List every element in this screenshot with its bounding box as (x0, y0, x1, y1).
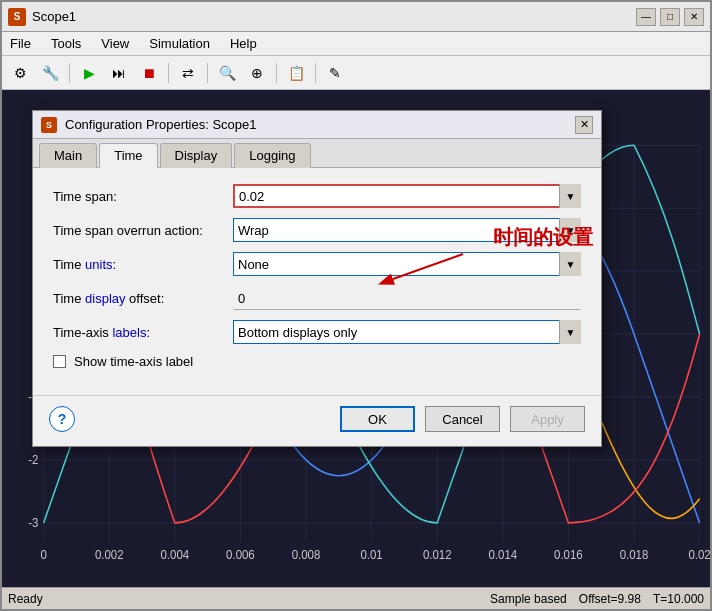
toolbar-separator-2 (168, 63, 169, 83)
time-axis-labels-select[interactable]: Bottom displays only All None (233, 320, 581, 344)
time-units-label: Time units: (53, 257, 233, 272)
ok-button[interactable]: OK (340, 406, 415, 432)
tab-main[interactable]: Main (39, 143, 97, 168)
time-units-wrap: None Metric Time of day ▼ (233, 252, 581, 276)
window-controls: — □ ✕ (636, 8, 704, 26)
status-offset: Offset=9.98 (579, 592, 641, 606)
menu-view[interactable]: View (97, 35, 133, 52)
time-span-input[interactable] (233, 184, 581, 208)
maximize-button[interactable]: □ (660, 8, 680, 26)
time-axis-labels-label: Time-axis labels: (53, 325, 233, 340)
status-right-section: Sample based Offset=9.98 T=10.000 (490, 592, 704, 606)
edit-button[interactable]: ✎ (321, 60, 349, 86)
stop-button[interactable]: ⏹ (135, 60, 163, 86)
show-time-axis-label: Show time-axis label (74, 354, 193, 369)
toolbar-separator-3 (207, 63, 208, 83)
time-display-offset-row: Time display offset: (53, 286, 581, 310)
dialog-tabs: Main Time Display Logging (33, 139, 601, 168)
config-dialog: S Configuration Properties: Scope1 ✕ Mai… (32, 110, 602, 447)
toolbar-separator-4 (276, 63, 277, 83)
overrun-action-wrap: Wrap Scroll ▼ (233, 218, 581, 242)
help-button[interactable]: ? (49, 406, 75, 432)
config-tool-button[interactable]: 🔧 (36, 60, 64, 86)
time-span-label: Time span: (53, 189, 233, 204)
dialog-overlay: S Configuration Properties: Scope1 ✕ Mai… (2, 90, 710, 587)
time-axis-labels-wrap: Bottom displays only All None ▼ (233, 320, 581, 344)
settings-tool-button[interactable]: ⚙ (6, 60, 34, 86)
menu-tools[interactable]: Tools (47, 35, 85, 52)
title-bar: S Scope1 — □ ✕ (2, 2, 710, 32)
step-button[interactable]: ⏭ (105, 60, 133, 86)
time-units-select[interactable]: None Metric Time of day (233, 252, 581, 276)
menu-simulation[interactable]: Simulation (145, 35, 214, 52)
run-button[interactable]: ▶ (75, 60, 103, 86)
show-time-axis-row: Show time-axis label (53, 354, 581, 369)
dialog-icon: S (41, 117, 57, 133)
time-display-offset-label: Time display offset: (53, 291, 233, 306)
show-time-axis-checkbox[interactable] (53, 355, 66, 368)
swap-button[interactable]: ⇄ (174, 60, 202, 86)
time-units-row: Time units: None Metric Time of day ▼ (53, 252, 581, 276)
footer-buttons: OK Cancel Apply (340, 406, 585, 432)
apply-button[interactable]: Apply (510, 406, 585, 432)
menu-bar: File Tools View Simulation Help (2, 32, 710, 56)
window-title: Scope1 (32, 9, 636, 24)
dialog-form: Time span: ▼ Time span overrun action: (33, 168, 601, 395)
time-axis-labels-row: Time-axis labels: Bottom displays only A… (53, 320, 581, 344)
dialog-title-text: Configuration Properties: Scope1 (65, 117, 575, 132)
status-bar: Ready Sample based Offset=9.98 T=10.000 (2, 587, 710, 609)
time-display-offset-wrap (233, 286, 581, 310)
overrun-action-select[interactable]: Wrap Scroll (233, 218, 581, 242)
menu-file[interactable]: File (6, 35, 35, 52)
overrun-action-label: Time span overrun action: (53, 223, 233, 238)
tab-display[interactable]: Display (160, 143, 233, 168)
close-button[interactable]: ✕ (684, 8, 704, 26)
menu-help[interactable]: Help (226, 35, 261, 52)
time-display-offset-input[interactable] (233, 286, 581, 310)
zoom-in-button[interactable]: ⊕ (243, 60, 271, 86)
time-span-row: Time span: ▼ (53, 184, 581, 208)
status-sample-based: Sample based (490, 592, 567, 606)
toolbar: ⚙ 🔧 ▶ ⏭ ⏹ ⇄ 🔍 ⊕ 📋 ✎ (2, 56, 710, 90)
dialog-footer: ? OK Cancel Apply (33, 395, 601, 446)
cancel-button[interactable]: Cancel (425, 406, 500, 432)
toolbar-separator-1 (69, 63, 70, 83)
status-time: T=10.000 (653, 592, 704, 606)
status-ready-text: Ready (8, 592, 490, 606)
overrun-action-row: Time span overrun action: Wrap Scroll ▼ (53, 218, 581, 242)
app-icon: S (8, 8, 26, 26)
dialog-title-bar: S Configuration Properties: Scope1 ✕ (33, 111, 601, 139)
tab-time[interactable]: Time (99, 143, 157, 168)
toolbar-separator-5 (315, 63, 316, 83)
zoom-button[interactable]: 🔍 (213, 60, 241, 86)
time-span-input-wrap: ▼ (233, 184, 581, 208)
main-window: S Scope1 — □ ✕ File Tools View Simulatio… (0, 0, 712, 611)
tab-logging[interactable]: Logging (234, 143, 310, 168)
plot-area: 3 2 1 0 -1 -2 -3 0 0.002 0.004 0.006 0.0… (2, 90, 710, 587)
minimize-button[interactable]: — (636, 8, 656, 26)
layout-button[interactable]: 📋 (282, 60, 310, 86)
dialog-close-button[interactable]: ✕ (575, 116, 593, 134)
